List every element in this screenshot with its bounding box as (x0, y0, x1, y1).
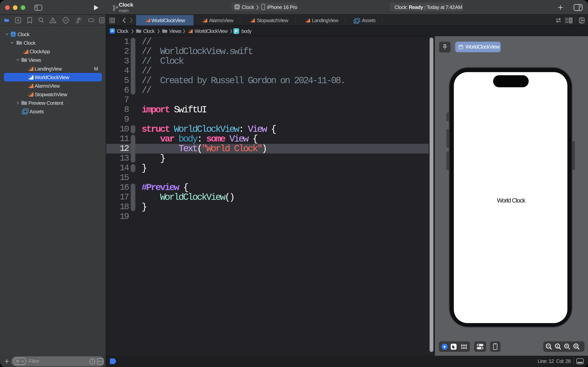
svg-text:1: 1 (556, 344, 558, 348)
